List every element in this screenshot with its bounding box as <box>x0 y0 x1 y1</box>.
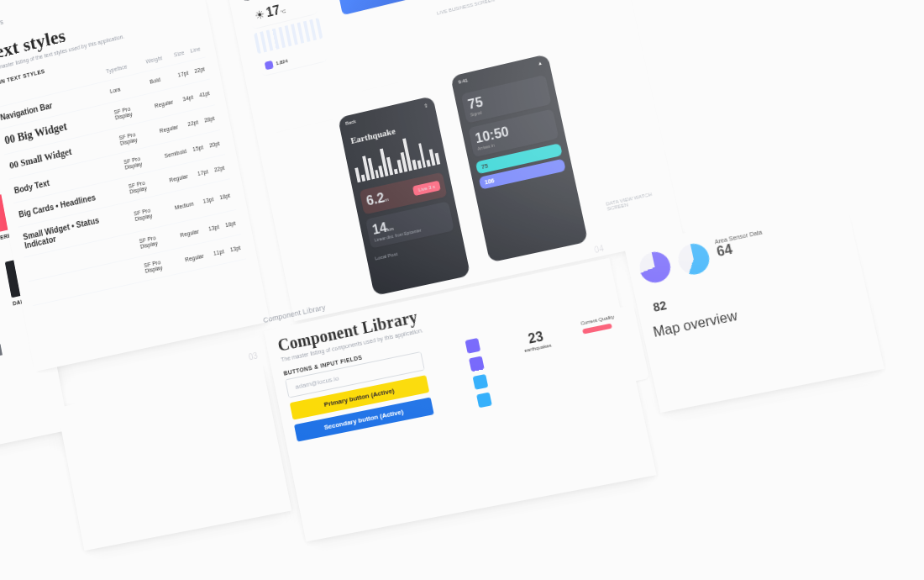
phone-light: 9:41▲ Hey there! ☀ 17°C 1,824 <box>234 0 346 134</box>
annotation-live: LIVE BUSINESS SCREEN <box>437 0 496 16</box>
artboard-number: 04 <box>594 244 605 255</box>
gauge-icon <box>637 249 674 285</box>
phone-earthquake: Back⇪ Earthquake 6.2m Live 3 s 14km Line… <box>338 96 470 296</box>
text-styles-table: Typeface Weight Size Line Navigation Bar… <box>0 39 246 306</box>
icon-swatches <box>464 334 507 412</box>
annotation-watch: DATA VIEW WATCH SCREEN <box>606 187 675 212</box>
artboard-text-styles[interactable]: Text styles 02 Text styles The master li… <box>0 0 270 372</box>
gauge-icon <box>675 241 712 277</box>
stat-card: 23 earthquakes <box>504 319 578 404</box>
artboard-app-guide[interactable]: Guidelines Application Guide SMALL (MOBI… <box>212 0 684 321</box>
back-button[interactable]: Back <box>345 119 357 127</box>
artboard-label: Text styles <box>0 18 4 34</box>
artboard-03[interactable]: 03 <box>57 365 291 551</box>
phone-dark-cards: 9:41▲ 75 Signal 10:50 Arrives in 75 106 <box>450 54 588 262</box>
quality-card: Current Quality <box>575 305 650 391</box>
share-icon[interactable]: ⇪ <box>423 103 428 109</box>
artboard-number: 03 <box>248 351 258 362</box>
